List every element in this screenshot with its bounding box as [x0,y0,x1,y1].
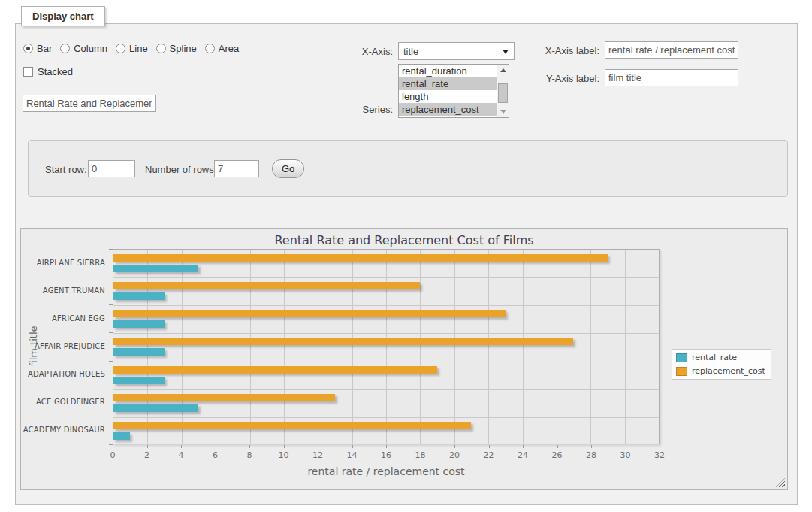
x-tick-label: 30 [611,450,641,460]
bar-rental_rate-affair-prejudice [113,348,165,356]
x-axis-title: rental rate / replacement cost [113,465,660,477]
triangle-down-icon [500,110,506,114]
chart-title: Rental Rate and Replacement Cost of Film… [21,233,787,247]
x-tick-label: 22 [474,450,504,460]
gridline [454,250,455,444]
radio-label: Line [129,43,148,54]
radio-icon [60,44,70,53]
series-option-length[interactable]: length [399,90,497,103]
x-axis-label-label: X-Axis label: [526,45,599,56]
gridline [523,250,524,444]
bar-replacement_cost-adaptation-holes [113,366,437,374]
scrollbar-thumb[interactable] [498,83,508,103]
gridline [113,305,659,306]
x-tick-mark [557,445,558,448]
stacked-checkbox-row[interactable]: Stacked [23,66,73,77]
gridline [182,250,183,444]
x-tick-label: 16 [371,450,401,460]
scroll-up-button[interactable] [497,65,509,76]
x-axis-label-input[interactable] [605,41,738,59]
series-listbox[interactable]: rental_durationrental_ratelengthreplacem… [398,64,509,118]
chart-type-radio-column[interactable]: Column [60,43,107,54]
legend-swatch [676,367,687,376]
gridline [250,250,251,444]
y-tick-mark [109,277,113,277]
x-tick-label: 24 [508,450,538,460]
radio-label: Bar [37,43,52,54]
x-tick-label: 12 [303,450,333,460]
legend-swatch [676,353,687,362]
chart-type-radio-area[interactable]: Area [205,43,239,54]
gridline [386,250,387,444]
gridline [590,250,591,444]
bar-rental_rate-adaptation-holes [113,377,165,384]
scroll-down-button[interactable] [497,106,509,117]
y-tick-mark [109,417,113,417]
category-label: ACE GOLDFINGER [21,398,105,406]
x-tick-label: 32 [644,450,675,460]
gridline [557,250,557,444]
legend-label: replacement_cost [692,366,765,376]
x-axis-select-label: X-Axis: [334,46,393,57]
bar-replacement_cost-affair-prejudice [113,338,573,345]
series-option-replacement_cost[interactable]: replacement_cost [399,103,497,116]
x-tick-mark [352,445,353,448]
chart-type-radio-group: BarColumnLineSplineArea [23,43,239,54]
category-label: AIRPLANE SIERRA [21,259,105,267]
x-tick-label: 2 [132,450,162,460]
x-tick-label: 14 [337,450,367,460]
x-tick-mark [454,445,455,448]
x-tick-mark [249,445,250,448]
chart-type-radio-line[interactable]: Line [116,43,148,54]
x-tick-mark [147,445,148,448]
y-axis-label-label: Y-Axis label: [526,73,599,84]
radio-icon [23,44,33,53]
chart-container: Rental Rate and Replacement Cost of Film… [20,228,788,490]
x-tick-mark [216,445,216,448]
bar-replacement_cost-african-egg [113,310,506,317]
go-button[interactable]: Go [272,159,304,178]
gridline [113,333,659,334]
category-label: AGENT TRUMAN [21,286,105,295]
number-of-rows-label: Number of rows: [145,164,216,175]
category-label: AFRICAN EGG [21,314,105,323]
chart-type-radio-spline[interactable]: Spline [156,43,197,54]
gridline [488,250,489,444]
bar-rental_rate-agent-truman [113,292,165,300]
gridline [113,389,659,390]
chart-type-radio-bar[interactable]: Bar [23,43,52,54]
x-tick-mark [113,445,113,448]
legend-item-rental_rate: rental_rate [676,353,765,362]
x-tick-mark [421,445,421,448]
bar-replacement_cost-ace-goldfinger [113,394,335,401]
gridline [352,250,353,444]
x-axis-selected-value: title [403,46,418,57]
stacked-label: Stacked [38,66,73,77]
bar-rental_rate-airplane-sierra [113,265,198,272]
radio-label: Area [219,43,239,54]
start-row-input[interactable] [88,160,135,177]
number-of-rows-input[interactable] [214,160,259,177]
stacked-checkbox[interactable] [23,67,33,77]
plot-area [113,249,660,444]
gridline [284,250,285,444]
resize-grip-icon[interactable] [776,478,785,487]
listbox-scrollbar[interactable] [497,65,509,117]
y-axis-label-input[interactable] [605,69,738,86]
gridline [420,250,421,444]
radio-icon [116,44,125,53]
x-axis-select[interactable]: title [398,42,515,60]
series-option-rental_rate[interactable]: rental_rate [399,77,497,90]
gridline [113,417,659,418]
x-tick-label: 20 [439,450,469,460]
chart-title-input[interactable] [23,95,156,112]
x-tick-mark [591,445,592,448]
y-tick-mark [109,304,113,305]
x-tick-mark [181,445,182,448]
radio-label: Column [74,43,107,54]
y-tick-mark [109,361,113,362]
rows-panel [28,140,788,197]
x-tick-mark [318,445,318,448]
series-option-rental_duration[interactable]: rental_duration [399,65,497,77]
series-options: rental_durationrental_ratelengthreplacem… [399,65,497,117]
